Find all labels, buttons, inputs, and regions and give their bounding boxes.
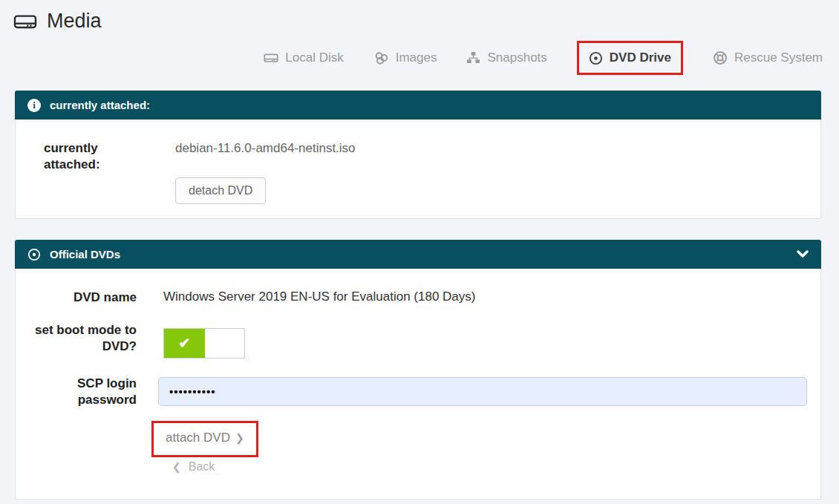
- tab-label: Local Disk: [285, 50, 343, 65]
- tab-images[interactable]: Images: [373, 50, 437, 65]
- chevron-down-icon[interactable]: [797, 250, 809, 258]
- currently-attached-label: currently attached:: [44, 140, 133, 173]
- detach-dvd-button[interactable]: detach DVD: [175, 177, 266, 204]
- info-icon: i: [27, 99, 41, 112]
- back-label: Back: [189, 460, 215, 474]
- tab-dvd-drive[interactable]: DVD Drive: [589, 50, 671, 65]
- attach-dvd-link[interactable]: attach DVD ❯: [166, 431, 244, 445]
- page-title: Media: [13, 10, 102, 33]
- lifebuoy-icon: [713, 50, 728, 65]
- check-icon: ✔: [179, 335, 191, 352]
- images-icon: [373, 51, 389, 65]
- tab-local-disk[interactable]: Local Disk: [264, 50, 343, 65]
- panel-official-dvds: Official DVDs DVD name Windows Server 20…: [15, 240, 821, 500]
- tab-snapshots[interactable]: Snapshots: [466, 50, 546, 65]
- chevron-left-icon: ❮: [172, 461, 181, 473]
- hard-drive-icon: [13, 11, 37, 32]
- annotation-box-dvd-drive: DVD Drive: [577, 41, 683, 75]
- scp-password-input[interactable]: [158, 377, 807, 406]
- media-tabbar: Local Disk Images Snapshots: [264, 40, 823, 76]
- annotation-box-attach-dvd: attach DVD ❯: [151, 421, 258, 457]
- chevron-right-icon: ❯: [235, 432, 244, 444]
- boot-mode-toggle[interactable]: ✔: [163, 328, 245, 359]
- panel-body-official-dvds: DVD name Windows Server 2019 EN-US for E…: [15, 269, 821, 500]
- snapshots-tree-icon: [466, 51, 480, 65]
- disc-icon: [27, 248, 41, 261]
- dvd-name-label: DVD name: [30, 289, 137, 306]
- tab-label: Rescue System: [734, 50, 823, 65]
- panel-body-currently-attached: currently attached: debian-11.6.0-amd64-…: [15, 120, 821, 219]
- attach-dvd-label: attach DVD: [166, 431, 230, 445]
- dvd-name-value: Windows Server 2019 EN-US for Evaluation…: [163, 289, 475, 304]
- toggle-on-segment: ✔: [164, 329, 205, 358]
- panel-header-currently-attached: i currently attached:: [15, 91, 821, 120]
- panel-header-title: Official DVDs: [50, 248, 120, 261]
- tab-rescue-system[interactable]: Rescue System: [713, 50, 823, 65]
- tab-label: Images: [396, 50, 437, 65]
- hard-drive-icon: [264, 51, 278, 65]
- panel-header-title: currently attached:: [50, 99, 150, 111]
- page-title-text: Media: [47, 10, 102, 33]
- back-link[interactable]: ❮ Back: [172, 460, 215, 474]
- boot-mode-label: set boot mode to DVD?: [30, 322, 137, 355]
- panel-currently-attached: i currently attached: currently attached…: [15, 91, 821, 219]
- panel-header-official-dvds[interactable]: Official DVDs: [15, 240, 821, 269]
- attached-iso-name: debian-11.6.0-amd64-netinst.iso: [175, 141, 356, 156]
- scp-password-label: SCP login password: [30, 376, 137, 408]
- tab-label: Snapshots: [487, 50, 546, 65]
- disc-icon: [589, 51, 603, 65]
- tab-label: DVD Drive: [610, 50, 671, 65]
